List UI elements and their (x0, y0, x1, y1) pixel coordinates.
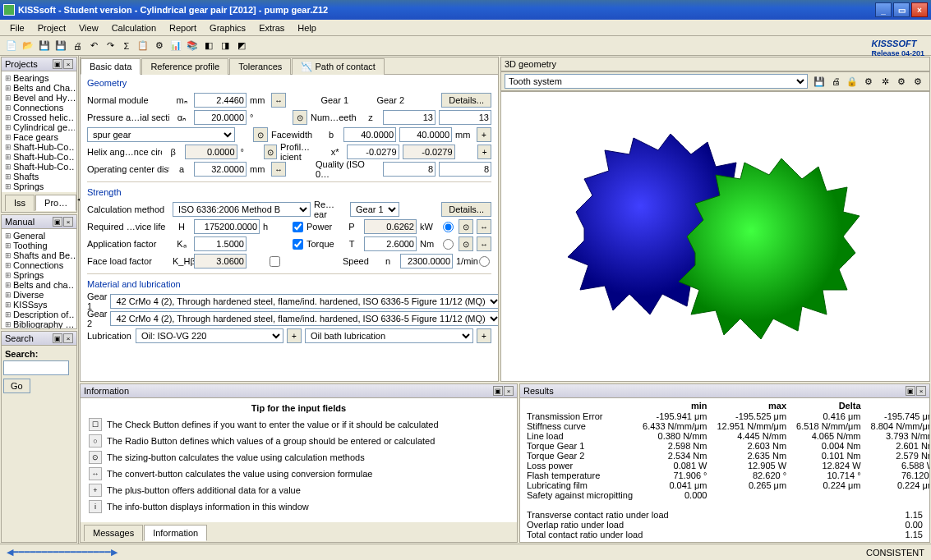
tree-item[interactable]: Connections (3, 103, 75, 112)
profile-g2-input[interactable] (403, 145, 455, 159)
speed-radio[interactable] (479, 256, 490, 267)
sizing-icon[interactable]: ⊙ (264, 145, 278, 159)
tree-item[interactable]: Springs (3, 181, 75, 191)
tool4-icon[interactable]: ◧ (201, 39, 216, 53)
projects-tab-pro[interactable]: Pro… (35, 195, 76, 211)
sizing-icon[interactable]: ⊙ (459, 236, 473, 251)
calc-method-select[interactable]: ISO 6336:2006 Method B (173, 202, 311, 217)
facewidth-g2-input[interactable] (399, 127, 452, 142)
tree-item[interactable]: Bearings (3, 73, 75, 83)
panel-dock-icon[interactable]: ▣ (53, 217, 62, 227)
faceload-check[interactable] (270, 256, 280, 267)
tree-item[interactable]: Shaft-Hub-Co… (3, 162, 75, 172)
panel-dock-icon[interactable]: ▣ (53, 59, 62, 69)
projects-tree[interactable]: Bearings Belts and Cha… Bevel and Hy… Co… (2, 71, 76, 192)
tab-tolerances[interactable]: Tolerances (229, 58, 291, 75)
tree-item[interactable]: KISSsys (3, 300, 75, 310)
app-factor-input[interactable] (194, 236, 247, 251)
panel-close-icon[interactable]: × (63, 217, 73, 227)
manual-tree[interactable]: General Toothing Shafts and Be… Connecti… (2, 229, 76, 328)
menu-file[interactable]: File (3, 21, 31, 34)
menu-calculation[interactable]: Calculation (105, 21, 163, 34)
minimize-button[interactable]: _ (875, 2, 892, 17)
viewer-settings-icon[interactable]: ⚙ (861, 74, 876, 89)
convert-icon[interactable]: ↔ (271, 93, 286, 108)
viewer-gear1-icon[interactable]: ⚙ (894, 74, 909, 89)
calc-icon[interactable]: Σ (119, 39, 134, 53)
viewer-canvas[interactable] (500, 91, 930, 382)
tab-path-of-contact[interactable]: 📉 Path of contact (292, 58, 384, 75)
viewer-gear2-icon[interactable]: ⚙ (910, 74, 925, 89)
tree-item[interactable]: Crossed helic… (3, 112, 75, 122)
viewer-print-icon[interactable]: 🖨 (828, 74, 843, 89)
lubrication-select[interactable]: Oil: ISO-VG 220 (136, 328, 283, 343)
sizing-icon[interactable]: ⊙ (293, 110, 307, 125)
sizing-icon[interactable]: ⊙ (253, 127, 268, 142)
new-icon[interactable]: 📄 (4, 39, 19, 53)
geometry-details-button[interactable]: Details... (441, 93, 491, 108)
plus-icon[interactable]: + (477, 127, 491, 142)
helix-input[interactable] (185, 145, 237, 159)
projects-tab-iss[interactable]: Iss (5, 195, 35, 211)
facewidth-g1-input[interactable] (343, 127, 396, 142)
tool5-icon[interactable]: ◨ (218, 39, 233, 53)
torque-input[interactable] (364, 236, 417, 251)
power-radio[interactable] (443, 222, 454, 232)
tool2-icon[interactable]: 📊 (168, 39, 183, 53)
quality-g2-input[interactable] (439, 162, 491, 177)
tool3-icon[interactable]: 📚 (185, 39, 200, 53)
gear2-material-select[interactable]: 42 CrMo 4 (2), Through hardened steel, f… (110, 311, 498, 326)
power-input[interactable] (364, 219, 417, 234)
normal-module-input[interactable] (194, 93, 247, 108)
saveall-icon[interactable]: 💾 (53, 39, 68, 53)
tree-item[interactable]: Diverse (3, 290, 75, 300)
viewer-mode-select[interactable]: Tooth system (505, 74, 808, 89)
panel-dock-icon[interactable]: ▣ (906, 386, 915, 396)
menu-graphics[interactable]: Graphics (203, 21, 252, 34)
gear1-material-select[interactable]: 42 CrMo 4 (2), Through hardened steel, f… (110, 294, 498, 309)
tree-item[interactable]: Connections (3, 260, 75, 270)
profile-g1-input[interactable] (347, 145, 399, 159)
tool1-icon[interactable]: ⚙ (152, 39, 167, 53)
torque-check[interactable] (293, 239, 303, 250)
info-tab-information[interactable]: Information (144, 525, 207, 541)
viewer-save-icon[interactable]: 💾 (812, 74, 827, 89)
plus-icon[interactable]: + (477, 328, 491, 343)
convert-icon[interactable]: ↔ (477, 236, 491, 251)
sizing-icon[interactable]: ⊙ (459, 219, 473, 234)
tab-basic-data[interactable]: Basic data (81, 58, 141, 75)
torque-radio[interactable] (443, 239, 454, 250)
panel-close-icon[interactable]: × (504, 386, 514, 396)
teeth-g1-input[interactable] (383, 110, 436, 125)
tree-item[interactable]: Belts and cha… (3, 280, 75, 290)
tab-reference-profile[interactable]: Reference profile (141, 58, 228, 75)
lub-method-select[interactable]: Oil bath lubrication (305, 328, 473, 343)
center-dist-input[interactable] (194, 162, 247, 177)
search-input[interactable] (3, 360, 69, 375)
strength-details-button[interactable]: Details... (441, 202, 491, 217)
convert-icon[interactable]: ↔ (271, 162, 286, 177)
tree-item[interactable]: General (3, 231, 75, 241)
report-icon[interactable]: 📋 (136, 39, 150, 53)
power-check[interactable] (293, 222, 303, 232)
menu-extras[interactable]: Extras (252, 21, 291, 34)
panel-close-icon[interactable]: × (916, 386, 926, 396)
tree-item[interactable]: Shafts (3, 172, 75, 181)
viewer-lock-icon[interactable]: 🔒 (845, 74, 860, 89)
pressure-angle-input[interactable] (194, 110, 247, 125)
viewer-render-icon[interactable]: ✲ (878, 74, 892, 89)
tree-item[interactable]: Cylindrical ge… (3, 122, 75, 132)
face-load-input[interactable] (194, 254, 247, 269)
menu-view[interactable]: View (72, 21, 105, 34)
undo-icon[interactable]: ↶ (86, 39, 101, 53)
tree-item[interactable]: Bibliography … (3, 319, 75, 328)
menu-report[interactable]: Report (163, 21, 203, 34)
plus-icon[interactable]: + (287, 328, 302, 343)
print-icon[interactable]: 🖨 (70, 39, 85, 53)
tree-item[interactable]: Shafts and Be… (3, 250, 75, 260)
gear-type-select[interactable]: spur gear (87, 127, 235, 142)
panel-dock-icon[interactable]: ▣ (53, 333, 62, 343)
save-icon[interactable]: 💾 (37, 39, 52, 53)
tree-item[interactable]: Toothing (3, 241, 75, 250)
maximize-button[interactable]: ▭ (893, 2, 910, 17)
